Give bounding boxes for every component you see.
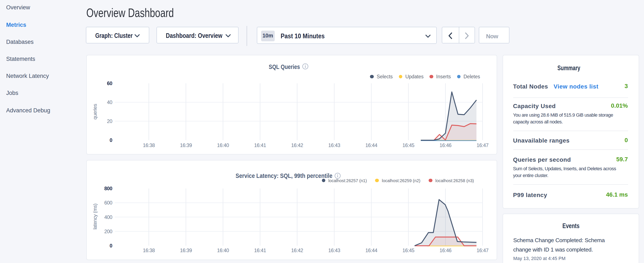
svg-text:16:38: 16:38: [143, 248, 155, 253]
svg-text:16:41: 16:41: [254, 248, 266, 253]
svg-text:16:38: 16:38: [143, 143, 155, 148]
svg-text:40: 40: [107, 100, 112, 105]
svg-text:16:42: 16:42: [291, 143, 303, 148]
svg-text:20: 20: [107, 119, 112, 124]
svg-text:16:45: 16:45: [402, 248, 414, 253]
svg-text:queries: queries: [92, 104, 98, 119]
svg-text:16:40: 16:40: [217, 248, 229, 253]
svg-text:400: 400: [104, 214, 112, 220]
svg-text:200: 200: [104, 229, 112, 234]
svg-text:16:47: 16:47: [476, 248, 488, 253]
svg-text:latency (ms): latency (ms): [92, 204, 98, 229]
svg-text:16:47: 16:47: [476, 143, 488, 148]
svg-text:16:43: 16:43: [328, 143, 340, 148]
svg-text:16:41: 16:41: [254, 143, 266, 148]
svg-text:16:42: 16:42: [291, 248, 303, 253]
svg-text:0: 0: [109, 243, 112, 248]
svg-text:16:40: 16:40: [217, 143, 229, 148]
svg-text:16:44: 16:44: [365, 143, 377, 148]
svg-text:60: 60: [107, 81, 112, 86]
svg-text:600: 600: [104, 200, 112, 205]
svg-text:16:39: 16:39: [180, 248, 192, 253]
svg-text:16:45: 16:45: [402, 143, 414, 148]
svg-text:0: 0: [109, 137, 112, 143]
svg-text:16:46: 16:46: [439, 143, 451, 148]
svg-text:16:43: 16:43: [328, 248, 340, 253]
svg-text:16:39: 16:39: [180, 143, 192, 148]
svg-text:800: 800: [104, 186, 112, 191]
svg-text:16:46: 16:46: [439, 248, 451, 253]
svg-text:16:44: 16:44: [365, 248, 377, 253]
